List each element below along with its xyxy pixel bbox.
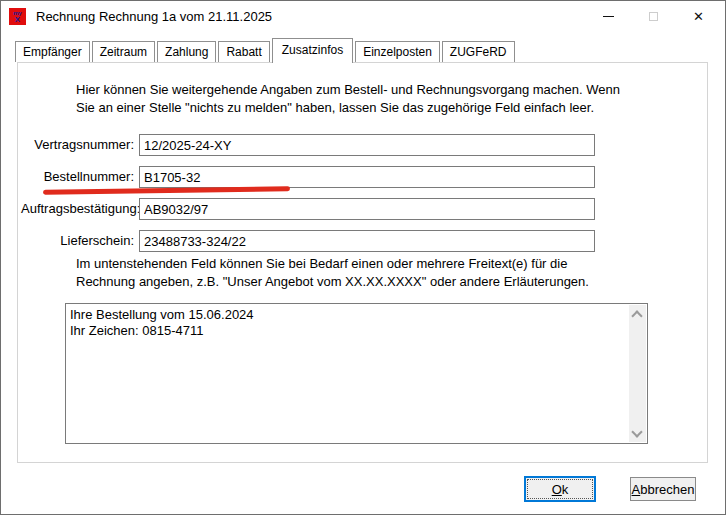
close-button[interactable]: ✕ (676, 1, 721, 32)
freitext-content[interactable]: Ihre Bestellung vom 15.06.2024 Ihr Zeich… (66, 304, 628, 443)
cancel-button-label: Abbrechen (632, 482, 695, 497)
tab-zusatzinfos[interactable]: Zusatzinfos (272, 38, 353, 63)
lieferschein-label: Lieferschein: (21, 230, 134, 252)
window-title: Rechnung Rechnung 1a vom 21.11.2025 (36, 1, 272, 32)
maximize-icon (649, 12, 658, 21)
ok-button-label: Ok (552, 482, 569, 497)
auftragsbestaetigung-input[interactable] (139, 198, 595, 220)
lieferschein-input[interactable] (139, 230, 595, 252)
maximize-button (631, 1, 676, 32)
app-icon: my X (9, 8, 26, 25)
close-icon: ✕ (693, 1, 704, 32)
tab-zugferd[interactable]: ZUGFeRD (442, 41, 515, 62)
ok-button[interactable]: Ok (524, 476, 596, 502)
bestellnummer-input[interactable] (139, 166, 595, 188)
window-controls: ✕ (586, 1, 721, 32)
tab-empfaenger[interactable]: Empfänger (15, 41, 90, 62)
freitext-area[interactable]: Ihre Bestellung vom 15.06.2024 Ihr Zeich… (65, 303, 648, 444)
freitext-hint: Im untenstehenden Feld können Sie bei Be… (76, 255, 691, 290)
tab-einzelposten[interactable]: Einzelposten (355, 41, 440, 62)
vertical-scrollbar[interactable] (629, 305, 646, 442)
vertragsnummer-label: Vertragsnummer: (21, 134, 134, 156)
bestellnummer-label: Bestellnummer: (21, 166, 134, 188)
tab-strip: Empfänger Zeitraum Zahlung Rabatt Zusatz… (15, 38, 517, 63)
scroll-up-icon[interactable] (633, 310, 640, 317)
titlebar: my X Rechnung Rechnung 1a vom 21.11.2025… (1, 1, 725, 32)
tab-zeitraum[interactable]: Zeitraum (92, 41, 155, 62)
minimize-button[interactable] (586, 1, 631, 32)
cancel-button[interactable]: Abbrechen (630, 477, 696, 501)
vertragsnummer-input[interactable] (139, 134, 595, 156)
tab-zahlung[interactable]: Zahlung (157, 41, 216, 62)
minimize-icon (603, 16, 614, 17)
app-icon-text-bottom: X (15, 16, 20, 24)
invoice-dialog: my X Rechnung Rechnung 1a vom 21.11.2025… (0, 0, 726, 515)
scroll-down-icon[interactable] (633, 430, 640, 437)
intro-text: Hier können Sie weitergehende Angaben zu… (76, 81, 691, 116)
auftragsbestaetigung-label: Auftragsbestätigung: (21, 198, 134, 220)
tab-rabatt[interactable]: Rabatt (218, 41, 269, 62)
